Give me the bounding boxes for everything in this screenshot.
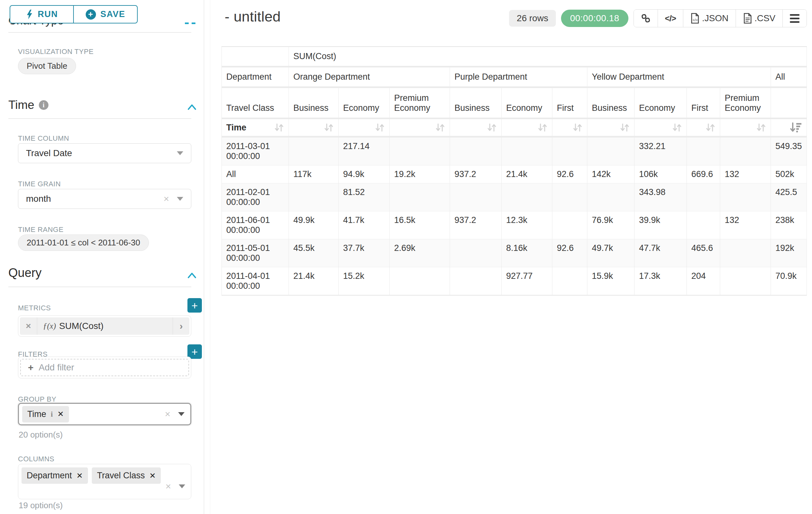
sort-arrows-icon bbox=[375, 123, 385, 132]
table-row: 2011-02-01 00:00:0081.52343.98425.5 bbox=[222, 184, 807, 211]
export-button-group: </> </> .JSON .CSV bbox=[634, 9, 807, 27]
remove-tag-icon[interactable]: ✕ bbox=[77, 471, 83, 480]
run-button[interactable]: RUN bbox=[10, 5, 74, 23]
col-sort-button[interactable] bbox=[339, 119, 389, 137]
remove-tag-icon[interactable]: ✕ bbox=[57, 410, 64, 418]
add-filter-label: Add filter bbox=[39, 362, 75, 373]
col-sort-button[interactable] bbox=[450, 119, 502, 137]
chart-title[interactable]: - untitled bbox=[225, 8, 281, 25]
export-csv-button[interactable]: .CSV bbox=[735, 10, 782, 27]
value-cell bbox=[450, 267, 502, 296]
row-dim-department: Department bbox=[222, 67, 289, 88]
section-divider bbox=[8, 287, 191, 287]
clear-icon[interactable]: × bbox=[165, 482, 171, 491]
value-cell bbox=[289, 184, 339, 211]
row-dim-time-sort[interactable]: Time bbox=[222, 119, 289, 137]
hamburger-icon bbox=[790, 14, 800, 23]
group-by-select[interactable]: Time i ✕ × bbox=[18, 403, 191, 425]
value-cell: 142k bbox=[587, 165, 635, 184]
value-cell: 37.7k bbox=[339, 239, 389, 267]
travel-class-header: Business bbox=[450, 88, 502, 119]
table-row: 2011-04-01 00:00:0021.4k15.2k927.7715.9k… bbox=[222, 267, 807, 296]
sort-arrows-icon bbox=[274, 123, 284, 132]
col-sort-button[interactable] bbox=[289, 119, 339, 137]
columns-select[interactable]: Department ✕ Travel Class ✕ × bbox=[18, 464, 191, 499]
col-sort-button[interactable] bbox=[502, 119, 552, 137]
travel-class-header: First bbox=[552, 88, 587, 119]
collapse-time-chevron-icon[interactable] bbox=[187, 104, 197, 110]
sort-arrows-icon bbox=[756, 123, 766, 132]
col-sort-button[interactable] bbox=[389, 119, 450, 137]
collapse-query-chevron-icon[interactable] bbox=[187, 272, 197, 279]
value-cell: 94.9k bbox=[339, 165, 389, 184]
time-column-value: Travel Date bbox=[26, 148, 72, 158]
export-json-button[interactable]: </> .JSON bbox=[683, 10, 735, 27]
table-row: 2011-06-01 00:00:0049.9k41.7k16.5k937.21… bbox=[222, 211, 807, 239]
columns-tag-department[interactable]: Department ✕ bbox=[22, 467, 88, 484]
value-cell: 117k bbox=[289, 165, 339, 184]
more-menu-button[interactable] bbox=[782, 10, 807, 27]
sort-arrows-icon bbox=[538, 123, 548, 132]
info-icon[interactable]: i bbox=[51, 410, 53, 418]
embed-code-button[interactable]: </> bbox=[658, 10, 683, 27]
time-range-pill[interactable]: 2011-01-01 ≤ col < 2011-06-30 bbox=[18, 235, 149, 251]
value-cell: 927.77 bbox=[502, 267, 552, 296]
value-cell bbox=[720, 137, 771, 165]
result-toolbar: 26 rows 00:00:00.18 </> </> .JSON bbox=[509, 10, 807, 27]
col-sort-button[interactable] bbox=[587, 119, 635, 137]
tag-label: Travel Class bbox=[97, 470, 145, 481]
query-section-heading: Query bbox=[8, 266, 41, 280]
value-cell: 106k bbox=[635, 165, 687, 184]
tag-label: Time bbox=[27, 409, 46, 419]
col-sort-button[interactable] bbox=[720, 119, 771, 137]
clear-icon[interactable]: × bbox=[165, 409, 170, 419]
remove-tag-icon[interactable]: ✕ bbox=[149, 471, 156, 480]
lightning-bolt-icon bbox=[26, 9, 33, 20]
sort-arrows-icon bbox=[324, 123, 334, 132]
value-cell: 12.3k bbox=[502, 211, 552, 239]
value-cell bbox=[502, 137, 552, 165]
col-sort-button[interactable] bbox=[687, 119, 720, 137]
row-count-badge: 26 rows bbox=[509, 10, 556, 27]
remove-metric-icon[interactable]: × bbox=[20, 317, 37, 335]
col-sort-button[interactable] bbox=[771, 119, 807, 137]
value-cell bbox=[552, 137, 587, 165]
group-by-tag-time[interactable]: Time i ✕ bbox=[22, 406, 69, 423]
value-cell bbox=[587, 137, 635, 165]
section-divider bbox=[8, 32, 191, 33]
table-row: 2011-05-01 00:00:0045.5k37.7k2.69k8.16k9… bbox=[222, 239, 807, 267]
travel-class-header: Business bbox=[587, 88, 635, 119]
sort-arrows-icon bbox=[705, 123, 716, 132]
share-link-button[interactable] bbox=[634, 10, 658, 27]
value-cell: 15.2k bbox=[339, 267, 389, 296]
time-grain-select[interactable]: month × bbox=[18, 189, 191, 209]
sort-arrows-icon bbox=[672, 123, 682, 132]
viz-type-pill[interactable]: Pivot Table bbox=[18, 58, 76, 74]
save-button-label: SAVE bbox=[100, 9, 125, 19]
col-sort-button[interactable] bbox=[552, 119, 587, 137]
metric-pill[interactable]: × ƒ(x) SUM(Cost) › bbox=[20, 317, 190, 335]
corner-cell bbox=[222, 46, 289, 67]
row-label: 2011-03-01 00:00:00 bbox=[222, 137, 289, 165]
clear-icon[interactable]: × bbox=[163, 194, 169, 204]
value-cell: 425.5 bbox=[771, 184, 807, 211]
travel-class-header: Premium Economy bbox=[389, 88, 450, 119]
value-cell: 465.6 bbox=[687, 239, 720, 267]
add-metric-button[interactable]: + bbox=[187, 298, 202, 313]
add-filter-button[interactable]: + Add filter bbox=[20, 359, 189, 376]
save-button[interactable]: + SAVE bbox=[74, 5, 138, 23]
col-sort-button[interactable] bbox=[635, 119, 687, 137]
value-cell: 21.4k bbox=[502, 165, 552, 184]
travel-class-header: Business bbox=[289, 88, 339, 119]
travel-class-header: Premium Economy bbox=[720, 88, 771, 119]
chevron-right-icon[interactable]: › bbox=[173, 317, 190, 335]
time-column-select[interactable]: Travel Date bbox=[18, 143, 191, 163]
value-cell bbox=[450, 184, 502, 211]
info-icon[interactable]: i bbox=[39, 100, 49, 110]
columns-tag-travel-class[interactable]: Travel Class ✕ bbox=[92, 467, 161, 484]
value-cell: 669.6 bbox=[687, 165, 720, 184]
plus-icon: + bbox=[28, 362, 34, 373]
value-cell: 217.14 bbox=[339, 137, 389, 165]
pivot-table: SUM(Cost)DepartmentOrange DepartmentPurp… bbox=[222, 46, 807, 296]
travel-class-header: Economy bbox=[502, 88, 552, 119]
